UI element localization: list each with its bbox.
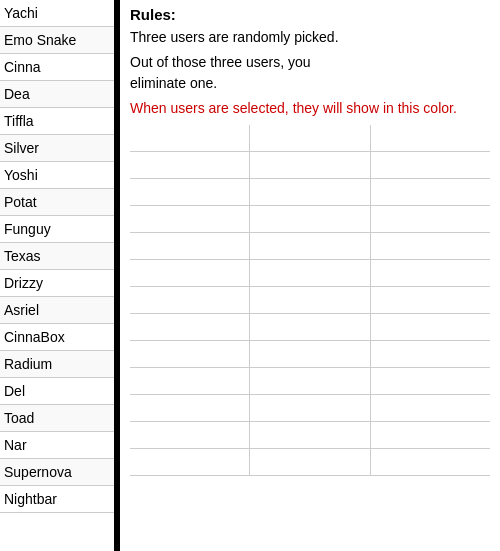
grid-cell bbox=[371, 260, 490, 286]
grid-cell bbox=[250, 395, 370, 421]
grid-cell bbox=[371, 395, 490, 421]
user-name: Dea bbox=[4, 86, 30, 102]
grid-cell bbox=[250, 449, 370, 475]
user-name: CinnaBox bbox=[4, 329, 65, 345]
grid-cell bbox=[250, 206, 370, 232]
grid-cell bbox=[371, 422, 490, 448]
grid-cell bbox=[130, 260, 250, 286]
user-row: Supernova bbox=[0, 459, 114, 486]
grid-row bbox=[130, 233, 490, 260]
user-row: Nightbar bbox=[0, 486, 114, 513]
grid-cell bbox=[250, 260, 370, 286]
user-row: Nar bbox=[0, 432, 114, 459]
grid-cell bbox=[130, 152, 250, 178]
grid-cell bbox=[130, 179, 250, 205]
grid-cell bbox=[250, 314, 370, 340]
rules-panel: Rules: Three users are randomly picked. … bbox=[120, 0, 500, 551]
user-row: Drizzy bbox=[0, 270, 114, 297]
grid-row bbox=[130, 260, 490, 287]
user-name: Nar bbox=[4, 437, 27, 453]
grid-row bbox=[130, 125, 490, 152]
user-row: Emo Snake bbox=[0, 27, 114, 54]
user-name: Drizzy bbox=[4, 275, 43, 291]
grid-cell bbox=[250, 125, 370, 151]
user-list: YachiEmo SnakeCinnaDeaTifflaSilverYoshiP… bbox=[0, 0, 120, 551]
rules-title: Rules: bbox=[130, 6, 490, 23]
user-name: Potat bbox=[4, 194, 37, 210]
grid-cell bbox=[250, 179, 370, 205]
user-row: Potat bbox=[0, 189, 114, 216]
grid-cell bbox=[130, 341, 250, 367]
user-row: Toad bbox=[0, 405, 114, 432]
grid-cell bbox=[371, 125, 490, 151]
user-row: Del bbox=[0, 378, 114, 405]
grid-cell bbox=[250, 341, 370, 367]
user-name: Radium bbox=[4, 356, 52, 372]
grid-cell bbox=[371, 341, 490, 367]
user-name: Tiffla bbox=[4, 113, 34, 129]
grid-cell bbox=[371, 449, 490, 475]
grid-cell bbox=[371, 287, 490, 313]
grid-cell bbox=[250, 152, 370, 178]
grid-row bbox=[130, 422, 490, 449]
user-name: Toad bbox=[4, 410, 34, 426]
user-name: Yoshi bbox=[4, 167, 38, 183]
user-name: Emo Snake bbox=[4, 32, 76, 48]
user-row: CinnaBox bbox=[0, 324, 114, 351]
grid-row bbox=[130, 314, 490, 341]
grid-row bbox=[130, 287, 490, 314]
grid-cell bbox=[130, 233, 250, 259]
grid-cell bbox=[130, 368, 250, 394]
user-row: Cinna bbox=[0, 54, 114, 81]
grid-cell bbox=[371, 314, 490, 340]
grid-cell bbox=[371, 206, 490, 232]
grid-cell bbox=[371, 368, 490, 394]
user-name: Texas bbox=[4, 248, 41, 264]
grid-cell bbox=[130, 395, 250, 421]
grid-row bbox=[130, 206, 490, 233]
grid-row bbox=[130, 152, 490, 179]
rules-highlight: When users are selected, they will show … bbox=[130, 98, 490, 119]
rules-line1: Three users are randomly picked. bbox=[130, 27, 490, 48]
grid-cell bbox=[371, 179, 490, 205]
user-name: Silver bbox=[4, 140, 39, 156]
grid-cell bbox=[130, 206, 250, 232]
user-row: Texas bbox=[0, 243, 114, 270]
user-name: Funguy bbox=[4, 221, 51, 237]
user-row: Funguy bbox=[0, 216, 114, 243]
grid-cell bbox=[371, 233, 490, 259]
user-name: Cinna bbox=[4, 59, 41, 75]
grid-cell bbox=[250, 287, 370, 313]
grid-cell bbox=[130, 422, 250, 448]
rules-line2: Out of those three users, you eliminate … bbox=[130, 52, 490, 94]
grid-row bbox=[130, 341, 490, 368]
user-name: Yachi bbox=[4, 5, 38, 21]
user-row: Dea bbox=[0, 81, 114, 108]
grid-cell bbox=[130, 314, 250, 340]
user-name: Supernova bbox=[4, 464, 72, 480]
user-row: Tiffla bbox=[0, 108, 114, 135]
user-row: Asriel bbox=[0, 297, 114, 324]
grid-cell bbox=[371, 152, 490, 178]
grid-area bbox=[130, 125, 490, 476]
user-name: Asriel bbox=[4, 302, 39, 318]
user-row: Yoshi bbox=[0, 162, 114, 189]
grid-row bbox=[130, 449, 490, 476]
user-row: Silver bbox=[0, 135, 114, 162]
grid-cell bbox=[250, 422, 370, 448]
user-name: Del bbox=[4, 383, 25, 399]
grid-row bbox=[130, 179, 490, 206]
grid-cell bbox=[130, 125, 250, 151]
user-name: Nightbar bbox=[4, 491, 57, 507]
grid-row bbox=[130, 395, 490, 422]
grid-cell bbox=[250, 368, 370, 394]
user-row: Radium bbox=[0, 351, 114, 378]
user-row: Yachi bbox=[0, 0, 114, 27]
grid-cell bbox=[130, 287, 250, 313]
grid-cell bbox=[250, 233, 370, 259]
grid-cell bbox=[130, 449, 250, 475]
grid-row bbox=[130, 368, 490, 395]
